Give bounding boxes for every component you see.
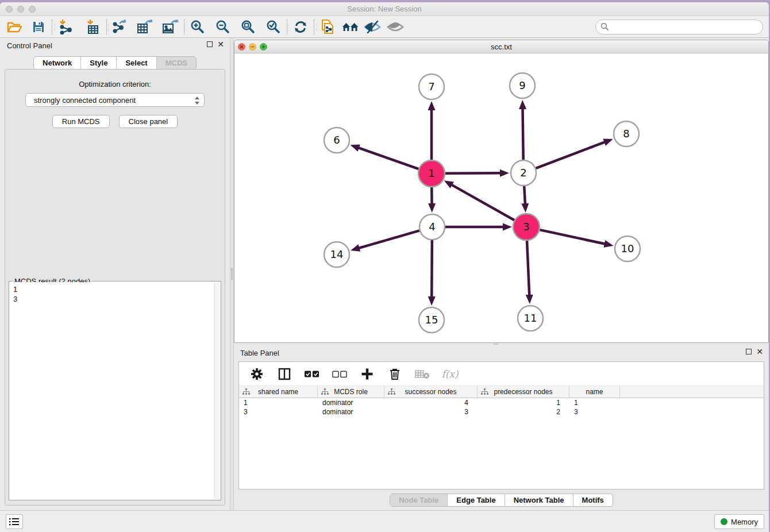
float-panel-icon[interactable] bbox=[207, 41, 213, 47]
network-view-titlebar: scc.txt bbox=[234, 40, 768, 53]
graph-node-7[interactable]: 7 bbox=[419, 74, 444, 99]
mcds-result-scrollbar[interactable] bbox=[214, 282, 220, 499]
tab-network-table[interactable]: Network Table bbox=[505, 494, 573, 506]
svg-text:10: 10 bbox=[621, 242, 634, 255]
import-network-button[interactable] bbox=[57, 18, 74, 36]
task-history-button[interactable] bbox=[6, 514, 23, 529]
column-header-MCDS-role[interactable]: MCDS role bbox=[318, 386, 384, 398]
import-table-button[interactable] bbox=[84, 18, 102, 36]
optimization-criterion-dropdown[interactable]: strongly connected component bbox=[25, 93, 205, 107]
zoom-selected-button[interactable] bbox=[265, 18, 282, 36]
graph-node-10[interactable]: 10 bbox=[615, 236, 640, 261]
graph-edge-2-3[interactable] bbox=[521, 186, 529, 213]
search-input[interactable] bbox=[611, 21, 763, 33]
export-image-button[interactable] bbox=[162, 18, 179, 36]
zoom-in-button[interactable] bbox=[189, 18, 206, 36]
copy-network-button[interactable] bbox=[319, 18, 336, 36]
graph-edge-1-4[interactable] bbox=[428, 187, 436, 213]
table-row[interactable]: 3dominator323 bbox=[239, 407, 764, 417]
graph-edge-2-9[interactable] bbox=[519, 100, 526, 160]
tab-mcds[interactable]: MCDS bbox=[156, 57, 196, 69]
graph-edge-4-14[interactable] bbox=[351, 230, 419, 251]
graph-node-11[interactable]: 11 bbox=[518, 306, 543, 331]
open-session-button[interactable] bbox=[6, 18, 23, 36]
node-table-container: f(x) shared nameMCDS rolesuccessor nodes… bbox=[238, 361, 764, 489]
column-header-shared-name[interactable]: shared name bbox=[239, 386, 318, 398]
run-mcds-button[interactable]: Run MCDS bbox=[52, 115, 110, 128]
graph-node-15[interactable]: 15 bbox=[419, 307, 444, 333]
function-builder-icon: f(x) bbox=[441, 368, 458, 380]
mcds-result-text[interactable]: 1 3 bbox=[10, 282, 214, 499]
graph-edge-1-6[interactable] bbox=[351, 144, 419, 169]
zoom-out-button[interactable] bbox=[214, 18, 232, 36]
graph-edge-3-11[interactable] bbox=[526, 240, 533, 304]
cell-name: 3 bbox=[569, 407, 620, 417]
cell-name: 1 bbox=[569, 398, 620, 407]
close-panel-icon[interactable]: ✕ bbox=[756, 349, 763, 354]
tab-motifs[interactable]: Motifs bbox=[573, 494, 613, 506]
zoom-in-icon bbox=[190, 20, 205, 34]
show-column-selector-button[interactable] bbox=[277, 367, 292, 381]
close-panel-button[interactable]: Close panel bbox=[119, 115, 178, 128]
create-column-button[interactable] bbox=[360, 367, 375, 381]
graph-edge-4-3[interactable] bbox=[445, 223, 512, 231]
memory-status-icon bbox=[721, 518, 727, 525]
column-header-successor-nodes[interactable]: successor nodes bbox=[384, 386, 478, 398]
tab-style[interactable]: Style bbox=[80, 57, 116, 69]
main-titlebar: Session: New Session bbox=[0, 2, 769, 16]
graph-node-4[interactable]: 4 bbox=[419, 214, 445, 240]
graph-node-2[interactable]: 2 bbox=[511, 160, 536, 186]
table-row[interactable]: 1dominator411 bbox=[239, 398, 764, 407]
save-session-button[interactable] bbox=[30, 18, 47, 36]
import-network-icon bbox=[58, 20, 73, 34]
function-builder-button[interactable]: f(x) bbox=[442, 367, 457, 381]
control-panel-tabs: NetworkStyleSelectMCDS bbox=[33, 56, 197, 70]
zoom-out-icon bbox=[215, 20, 230, 34]
hide-graphics-details-button[interactable] bbox=[364, 18, 381, 36]
graph-node-14[interactable]: 14 bbox=[324, 242, 349, 267]
refresh-view-button[interactable] bbox=[292, 18, 309, 36]
graph-edge-3-10[interactable] bbox=[539, 230, 613, 248]
tab-network[interactable]: Network bbox=[34, 57, 80, 69]
toolbar-separator bbox=[314, 20, 314, 34]
network-canvas[interactable]: 7968124314101511 bbox=[234, 53, 768, 342]
graph-edge-1-2[interactable] bbox=[445, 169, 509, 177]
select-all-button[interactable] bbox=[305, 367, 319, 381]
graph-edge-4-15[interactable] bbox=[428, 240, 436, 306]
delete-table-button[interactable] bbox=[415, 367, 430, 381]
tab-edge-table[interactable]: Edge Table bbox=[447, 494, 504, 506]
status-bar: Memory bbox=[0, 510, 769, 532]
float-panel-icon[interactable] bbox=[746, 349, 752, 354]
deselect-all-button[interactable] bbox=[332, 367, 347, 381]
export-table-button[interactable] bbox=[137, 18, 154, 36]
splitter-grip[interactable] bbox=[231, 268, 233, 280]
import-table-icon bbox=[86, 20, 101, 34]
graph-node-3[interactable]: 3 bbox=[513, 214, 540, 240]
column-header-name[interactable]: name bbox=[569, 386, 620, 398]
graph-node-8[interactable]: 8 bbox=[614, 121, 639, 147]
table-settings-button[interactable] bbox=[249, 367, 264, 381]
toolbar-separator bbox=[106, 20, 107, 34]
tab-select[interactable]: Select bbox=[116, 57, 156, 69]
optimization-criterion-label: Optimization criterion: bbox=[5, 80, 225, 88]
graph-node-9[interactable]: 9 bbox=[510, 73, 535, 98]
graph-node-6[interactable]: 6 bbox=[324, 128, 349, 153]
show-graphics-details-button[interactable] bbox=[387, 18, 404, 36]
column-header-predecessor-nodes[interactable]: predecessor nodes bbox=[478, 386, 569, 398]
graph-edge-1-7[interactable] bbox=[428, 101, 436, 160]
zoom-fit-button[interactable] bbox=[240, 18, 257, 36]
delete-column-button[interactable] bbox=[387, 367, 402, 381]
graph-edge-3-1[interactable] bbox=[444, 180, 515, 220]
delete-table-icon bbox=[415, 369, 430, 379]
zoom-fit-icon bbox=[241, 20, 256, 34]
network-overview-button[interactable] bbox=[342, 18, 359, 36]
graph-node-1[interactable]: 1 bbox=[418, 160, 445, 187]
export-network-button[interactable] bbox=[111, 18, 129, 36]
vertical-splitter[interactable] bbox=[230, 38, 234, 510]
tab-node-table[interactable]: Node Table bbox=[390, 494, 447, 506]
close-panel-icon[interactable]: ✕ bbox=[217, 41, 224, 47]
open-folder-icon bbox=[7, 20, 22, 34]
graph-edge-2-8[interactable] bbox=[536, 138, 613, 168]
search-box bbox=[595, 20, 763, 34]
memory-button[interactable]: Memory bbox=[714, 514, 764, 529]
